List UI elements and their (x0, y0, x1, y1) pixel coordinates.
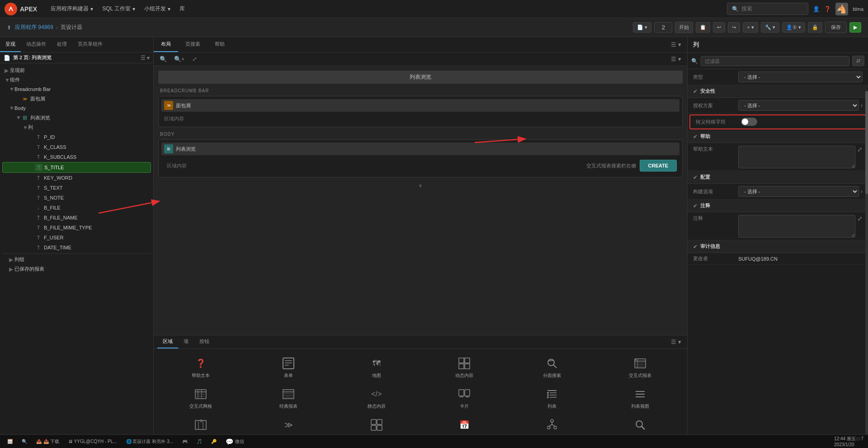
tree-list-browse[interactable]: ▼ ⊞ 列表浏览 (2, 113, 151, 123)
tree-k-subclass[interactable]: ▶ T K_SUBCLASS (2, 152, 151, 162)
page-number-input[interactable] (654, 22, 672, 33)
wrench-btn[interactable]: 🔧 ▾ (761, 22, 779, 33)
bottom-tab-region[interactable]: 区域 (157, 335, 178, 348)
tree-render-before[interactable]: ▶ 呈现前 (2, 66, 151, 75)
nav-sql-workshop[interactable]: SQL 工作室 ▾ (98, 5, 140, 13)
tree-breadcrumb-bar[interactable]: ▼ Breadcrumb Bar (2, 85, 151, 94)
comp-list[interactable]: 列表 (509, 383, 595, 413)
tree-s-text[interactable]: ▶ T S_TEXT (2, 183, 151, 193)
comp-column-toggle[interactable]: 列切换报表 (157, 414, 244, 432)
comp-map[interactable]: 🗺 地图 (333, 353, 420, 382)
search-canvas-btn[interactable]: 🔍 (157, 54, 169, 64)
tab-shared-components[interactable]: 页共享组件 (72, 37, 108, 52)
run-btn[interactable]: ▶ (849, 22, 861, 33)
comp-help-text[interactable]: ❓ 帮助文本 (157, 353, 244, 382)
page-selector-btn[interactable]: 📄 ▾ (633, 22, 651, 33)
comp-calendar[interactable]: 📅 日历 (421, 414, 508, 432)
canvas-scroll[interactable]: 列表浏览 BREADCRUMB BAR ≫ 面包屑 (154, 66, 687, 335)
undo-btn[interactable]: ↩ (713, 22, 725, 33)
notes-expand-btn[interactable]: ⤢ (857, 215, 863, 222)
redo-btn[interactable]: ↪ (728, 22, 740, 33)
tree-s-title[interactable]: ▶ T S_TITLE (2, 162, 151, 173)
taskbar-download[interactable]: 📥 📥 下载 (33, 438, 62, 445)
nav-app-builder[interactable]: 应用程序构建器 ▾ (46, 5, 98, 13)
taskbar-app3[interactable]: 🔑 (208, 439, 219, 444)
comp-faceted-search[interactable]: 分面搜索 (509, 353, 595, 382)
taskbar-yygl[interactable]: 🖥 YYGL@CQYH - PL... (66, 439, 120, 444)
create-button[interactable]: CREATE (640, 160, 677, 172)
nav-gallery[interactable]: 库 (175, 5, 189, 13)
start-btn[interactable]: 开始 (675, 22, 693, 33)
zoom-in-btn[interactable]: 🔍+ (172, 54, 187, 64)
section-help[interactable]: ✔ 帮助 (688, 130, 868, 143)
comp-region-display[interactable]: 区域显示选择器 (333, 414, 420, 432)
bottom-tab-button[interactable]: 按钮 (194, 335, 215, 348)
bottom-tab-item[interactable]: 项 (178, 335, 194, 348)
comp-interactive-grid[interactable]: 交互式网格 (157, 383, 244, 413)
tab-page-search[interactable]: 页搜索 (178, 37, 208, 52)
auth-scheme-select[interactable]: - 选择 - (738, 100, 859, 111)
copy-btn[interactable]: 📋 (696, 22, 710, 33)
section-audit[interactable]: ✔ 审计信息 (688, 240, 868, 253)
taskbar-start[interactable]: 🪟 (5, 439, 15, 444)
tab-layout[interactable]: 布局 (154, 37, 178, 52)
tree-columns-folder[interactable]: ▼ 列 (2, 123, 151, 132)
comp-card[interactable]: 卡片 (421, 383, 508, 413)
save-btn[interactable]: 保存 (825, 22, 847, 33)
comp-interactive-report[interactable]: 交互式报表 (597, 353, 684, 382)
filter-input[interactable] (701, 56, 849, 66)
taskbar-app2[interactable]: 🎵 (194, 439, 205, 444)
comp-form[interactable]: 表单 (245, 353, 332, 382)
comp-search[interactable]: 搜索 (597, 414, 684, 432)
taskbar-wechat[interactable]: 💬 微信 (223, 438, 247, 445)
center-menu-btn[interactable]: ☰ ▾ (669, 40, 684, 49)
right-scrollbar[interactable] (865, 91, 868, 434)
filter-sort-btn[interactable]: ⇄ (852, 56, 864, 66)
comp-breadcrumb[interactable]: ≫ 面包屑 (245, 414, 332, 432)
tree-column-group[interactable]: ▶ 列组 (2, 255, 151, 264)
user-avatar[interactable]: 🐴 (835, 3, 848, 15)
body-component[interactable]: ⊞ 列表浏览 区域内容 交互式报表搜索栏右侧 CREATE (158, 139, 683, 177)
comp-classic-report[interactable]: 经典报表 (245, 383, 332, 413)
tree-saved-reports[interactable]: ▶ 已保存的报表 (2, 264, 151, 274)
build-option-arrow[interactable]: › (861, 188, 863, 195)
canvas-menu-btn[interactable]: ☰ ▾ (669, 54, 684, 64)
comp-list-view[interactable]: 列表视图 (597, 383, 684, 413)
tree-body[interactable]: ▼ Body (2, 104, 151, 113)
comp-tree[interactable]: 树 (509, 414, 595, 432)
help-text-textarea[interactable] (738, 146, 855, 168)
escape-special-toggle[interactable] (741, 118, 757, 126)
taskbar-search[interactable]: 🔍 (19, 439, 30, 444)
search-box[interactable]: 🔍 搜索 (727, 3, 808, 15)
comp-static-content[interactable]: </> 静态内容 (333, 383, 420, 413)
app-link[interactable]: 应用程序 94869 (15, 24, 53, 31)
section-security[interactable]: ✔ 安全性 (688, 85, 868, 98)
tree-f-user[interactable]: ▶ T F_USER (2, 233, 151, 243)
nav-team-dev[interactable]: 小组开发 ▾ (140, 5, 175, 13)
user-help-icon[interactable]: ❓ (824, 6, 831, 12)
taskbar-page-designer[interactable]: 🌐 页设计器 和另外 3... (123, 438, 176, 445)
type-select[interactable]: - 选择 - (738, 71, 863, 82)
tree-components[interactable]: ▼ 组件 (2, 75, 151, 85)
bottom-menu-btn[interactable]: ☰ ▾ (669, 337, 684, 347)
tab-processing[interactable]: 处理 (52, 37, 72, 52)
build-option-select[interactable]: - 选择 - (738, 186, 859, 197)
comp-dynamic-content[interactable]: 动态内容 (421, 353, 508, 382)
tab-render[interactable]: 呈现 (0, 37, 21, 52)
tree-k-class[interactable]: ▶ T K_CLASS (2, 142, 151, 152)
tree-p-id[interactable]: ▶ T P_ID (2, 132, 151, 142)
tree-b-file-name[interactable]: ▶ T B_FILE_NAME (2, 213, 151, 223)
user-profile-icon[interactable]: 👤 (813, 6, 820, 12)
notes-textarea[interactable] (738, 215, 855, 238)
tree-s-note[interactable]: ▶ T S_NOTE (2, 193, 151, 203)
section-notes[interactable]: ✔ 注释 (688, 200, 868, 212)
panel-menu-btn[interactable]: ☰ ▾ (141, 55, 150, 61)
tree-breadcrumb[interactable]: ▶ ≫ 面包屑 (2, 94, 151, 104)
add-btn[interactable]: + ▾ (743, 22, 758, 33)
tree-date-time[interactable]: ▶ T DATE_TIME (2, 243, 151, 253)
section-config[interactable]: ✔ 配置 (688, 171, 868, 184)
tree-key-word[interactable]: ▶ T KEY_WORD (2, 173, 151, 183)
tree-b-file-mime[interactable]: ▶ T B_FILE_MIME_TYPE (2, 223, 151, 233)
lock-btn[interactable]: 🔒 (808, 22, 822, 33)
auth-scheme-arrow[interactable]: › (861, 102, 863, 109)
